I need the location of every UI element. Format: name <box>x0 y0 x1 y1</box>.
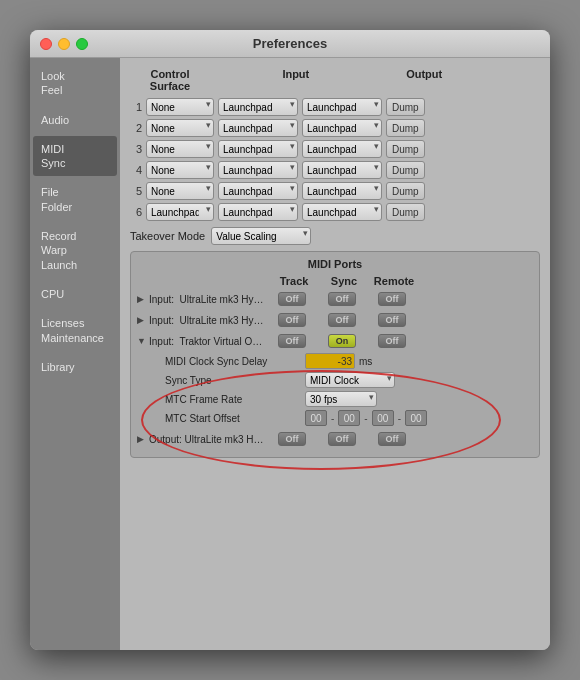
input-col-header: Input <box>253 68 338 92</box>
track-toggle-1[interactable]: Off <box>278 292 306 306</box>
mtc-frame-rate-label: MTC Frame Rate <box>165 394 305 405</box>
sidebar-item-licenses-maintenance[interactable]: LicensesMaintenance <box>33 310 117 351</box>
input-select-2[interactable]: Launchpad <box>218 119 298 137</box>
content-area: Control Surface Input Output 1 None Laun… <box>120 58 550 650</box>
expand-icon-out[interactable]: ▶ <box>137 434 149 444</box>
remote-toggle-2[interactable]: Off <box>378 313 406 327</box>
mtc-frame-rate-select[interactable]: 30 fps <box>305 391 377 407</box>
track-toggle-out[interactable]: Off <box>278 432 306 446</box>
takeover-label: Takeover Mode <box>130 230 205 242</box>
dump-button-6[interactable]: Dump <box>386 203 425 221</box>
midi-ports-title: MIDI Ports <box>137 258 533 270</box>
output-select-1[interactable]: Launchpad <box>302 98 382 116</box>
title-bar: Preferences <box>30 30 550 58</box>
clock-sync-delay-input[interactable] <box>305 353 355 369</box>
cs-col-header: Control Surface <box>130 68 210 92</box>
control-surface-header: Control Surface Input Output <box>130 68 540 92</box>
cs-row-6: 6 Launchpad Launchpad Launchpad Dump <box>130 203 540 221</box>
output-select-3[interactable]: Launchpad <box>302 140 382 158</box>
track-toggle-2[interactable]: Off <box>278 313 306 327</box>
close-button[interactable] <box>40 38 52 50</box>
sync-type-row: Sync Type MIDI Clock <box>153 372 533 388</box>
row-num-5: 5 <box>130 185 142 197</box>
midi-ports-section: MIDI Ports Track Sync Remote ▶ Input: Ul… <box>130 251 540 458</box>
mtc-start-offset-value: - - - <box>305 410 427 426</box>
sidebar-item-look-feel[interactable]: LookFeel <box>33 63 117 104</box>
sync-toggle-2[interactable]: Off <box>328 313 356 327</box>
expand-icon-2[interactable]: ▶ <box>137 315 149 325</box>
mtc-offset-f[interactable] <box>405 410 427 426</box>
midi-input-row-2: ▶ Input: UltraLite mk3 Hybrid (Sync Port… <box>137 311 533 329</box>
cs-row-2: 2 None Launchpad Launchpad Dump <box>130 119 540 137</box>
minimize-button[interactable] <box>58 38 70 50</box>
output-select-6[interactable]: Launchpad <box>302 203 382 221</box>
mtc-offset-s[interactable] <box>372 410 394 426</box>
takeover-row: Takeover Mode Value Scaling <box>130 227 540 245</box>
mtc-start-offset-label: MTC Start Offset <box>165 413 305 424</box>
mtc-start-offset-row: MTC Start Offset - - - <box>153 410 533 426</box>
row-num-1: 1 <box>130 101 142 113</box>
traffic-lights <box>40 38 88 50</box>
cs-row-4: 4 None Launchpad Launchpad Dump <box>130 161 540 179</box>
cs-select-2[interactable]: None <box>146 119 214 137</box>
cs-select-5[interactable]: None <box>146 182 214 200</box>
dump-button-1[interactable]: Dump <box>386 98 425 116</box>
midi-input-row-3: ▼ Input: Traktor Virtual Output Off On O… <box>137 332 533 350</box>
output-select-4[interactable]: Launchpad <box>302 161 382 179</box>
maximize-button[interactable] <box>76 38 88 50</box>
midi-input-row-1: ▶ Input: UltraLite mk3 Hybrid (MIDI Port… <box>137 290 533 308</box>
output-select-2[interactable]: Launchpad <box>302 119 382 137</box>
cs-row-5: 5 None Launchpad Launchpad Dump <box>130 182 540 200</box>
cs-row-1: 1 None Launchpad Launchpad Dump <box>130 98 540 116</box>
midi-output-row: ▶ Output: UltraLite mk3 Hybrid (MIDI Por… <box>137 430 533 448</box>
output-select-5[interactable]: Launchpad <box>302 182 382 200</box>
dump-button-2[interactable]: Dump <box>386 119 425 137</box>
sidebar-item-cpu[interactable]: CPU <box>33 281 117 307</box>
clock-sync-delay-unit: ms <box>359 356 372 367</box>
remote-toggle-out[interactable]: Off <box>378 432 406 446</box>
sidebar-item-midi-sync[interactable]: MIDISync <box>33 136 117 177</box>
sync-col-head: Sync <box>319 275 369 287</box>
midi-input-label-3: Input: Traktor Virtual Output <box>149 336 267 347</box>
cs-select-6[interactable]: Launchpad <box>146 203 214 221</box>
dump-button-3[interactable]: Dump <box>386 140 425 158</box>
input-select-4[interactable]: Launchpad <box>218 161 298 179</box>
cs-select-3[interactable]: None <box>146 140 214 158</box>
dump-button-5[interactable]: Dump <box>386 182 425 200</box>
sidebar-item-file-folder[interactable]: FileFolder <box>33 179 117 220</box>
sync-type-select[interactable]: MIDI Clock <box>305 372 395 388</box>
midi-output-label: Output: UltraLite mk3 Hybrid (MIDI Port) <box>149 434 267 445</box>
mtc-offset-h[interactable] <box>305 410 327 426</box>
cs-select-1[interactable]: None <box>146 98 214 116</box>
remote-toggle-3[interactable]: Off <box>378 334 406 348</box>
cs-row-3: 3 None Launchpad Launchpad Dump <box>130 140 540 158</box>
sidebar-item-library[interactable]: Library <box>33 354 117 380</box>
cs-select-4[interactable]: None <box>146 161 214 179</box>
midi-input-label-1: Input: UltraLite mk3 Hybrid (MIDI Port) <box>149 294 267 305</box>
expand-icon-1[interactable]: ▶ <box>137 294 149 304</box>
sidebar-item-audio[interactable]: Audio <box>33 107 117 133</box>
input-select-5[interactable]: Launchpad <box>218 182 298 200</box>
sync-toggle-1[interactable]: Off <box>328 292 356 306</box>
row-num-4: 4 <box>130 164 142 176</box>
input-select-1[interactable]: Launchpad <box>218 98 298 116</box>
mtc-offset-m[interactable] <box>338 410 360 426</box>
remote-toggle-1[interactable]: Off <box>378 292 406 306</box>
sync-type-label: Sync Type <box>165 375 305 386</box>
expand-icon-3[interactable]: ▼ <box>137 336 149 346</box>
window-title: Preferences <box>253 36 327 51</box>
track-col-head: Track <box>269 275 319 287</box>
sidebar: LookFeel Audio MIDISync FileFolder Recor… <box>30 58 120 650</box>
takeover-select[interactable]: Value Scaling <box>211 227 311 245</box>
dump-button-4[interactable]: Dump <box>386 161 425 179</box>
sync-toggle-3[interactable]: On <box>328 334 356 348</box>
input-select-3[interactable]: Launchpad <box>218 140 298 158</box>
sidebar-item-record-warp-launch[interactable]: RecordWarpLaunch <box>33 223 117 278</box>
sync-toggle-out[interactable]: Off <box>328 432 356 446</box>
track-toggle-3[interactable]: Off <box>278 334 306 348</box>
main-content: LookFeel Audio MIDISync FileFolder Recor… <box>30 58 550 650</box>
preferences-window: Preferences LookFeel Audio MIDISync File… <box>30 30 550 650</box>
row-num-6: 6 <box>130 206 142 218</box>
input-select-6[interactable]: Launchpad <box>218 203 298 221</box>
midi-ports-col-headers: Track Sync Remote <box>137 275 533 287</box>
